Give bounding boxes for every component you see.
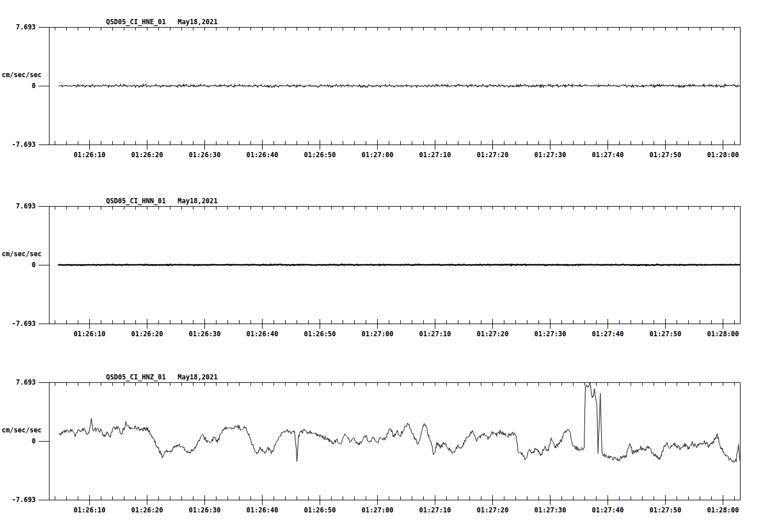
x-tick-label: 01:26:30: [188, 151, 222, 159]
x-tick-label: 01:27:20: [476, 506, 510, 514]
x-tick-label: 01:26:40: [246, 330, 279, 338]
x-tick-label: 01:26:20: [131, 330, 164, 338]
x-tick-label: 01:27:20: [476, 151, 510, 159]
x-tick-label: 01:26:10: [73, 330, 107, 338]
x-tick-label: 01:27:00: [361, 506, 394, 514]
x-tick-label: 01:27:40: [591, 330, 625, 338]
waveform-plot-hne: [0, 10, 782, 162]
x-tick-label: 01:27:30: [534, 330, 567, 338]
x-tick-label: 01:26:10: [73, 506, 107, 514]
x-tick-label: 01:27:00: [361, 151, 394, 159]
x-tick-label: 01:27:50: [649, 151, 682, 159]
x-tick-label: 01:26:50: [303, 506, 337, 514]
x-tick-label: 01:27:20: [476, 330, 510, 338]
x-tick-label: 01:27:30: [534, 506, 567, 514]
x-tick-label: 01:26:20: [131, 506, 164, 514]
x-tick-label: 01:26:50: [303, 151, 337, 159]
x-tick-label: 01:27:10: [419, 506, 452, 514]
x-tick-label: 01:26:40: [246, 506, 279, 514]
x-tick-label: 01:27:10: [419, 330, 452, 338]
x-tick-label: 01:28:00: [707, 506, 740, 514]
x-tick-label: 01:28:00: [707, 151, 740, 159]
x-tick-label: 01:26:30: [188, 330, 222, 338]
x-tick-label: 01:26:40: [246, 151, 279, 159]
waveform-plot-hnn: [0, 189, 782, 341]
x-tick-label: 01:27:50: [649, 330, 682, 338]
x-tick-label: 01:26:50: [303, 330, 337, 338]
x-tick-label: 01:28:00: [707, 330, 740, 338]
x-tick-label: 01:26:10: [73, 151, 107, 159]
x-tick-label: 01:27:00: [361, 330, 394, 338]
x-tick-label: 01:27:10: [419, 151, 452, 159]
x-tick-label: 01:27:40: [591, 151, 625, 159]
waveform-plot-hnz: [0, 365, 782, 517]
x-tick-label: 01:27:40: [591, 506, 625, 514]
x-tick-label: 01:26:20: [131, 151, 164, 159]
x-tick-label: 01:26:30: [188, 506, 222, 514]
x-tick-label: 01:27:30: [534, 151, 567, 159]
seismogram-screen: QSD05_CI_HNE_01 May18,2021 7.693 cm/sec/…: [0, 0, 782, 532]
x-tick-label: 01:27:50: [649, 506, 682, 514]
